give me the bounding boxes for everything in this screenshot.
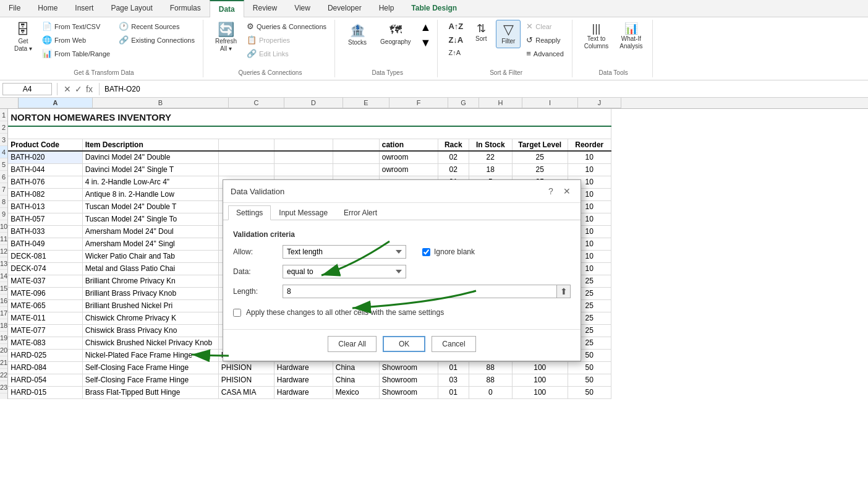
length-label: Length: — [233, 287, 276, 296]
data-row: Data: between not between equal to not e… — [233, 265, 571, 278]
dialog-tab-input-message[interactable]: Input Message — [271, 205, 336, 220]
length-picker-button[interactable]: ⬆ — [556, 285, 570, 298]
ok-button[interactable]: OK — [383, 336, 425, 352]
allow-select[interactable]: Any value Whole number Decimal List Date… — [283, 245, 406, 259]
dialog-help-icon[interactable]: ? — [545, 185, 557, 197]
dialog-tabs: Settings Input Message Error Alert — [223, 203, 581, 220]
length-input-wrap: 8 ⬆ — [283, 285, 571, 298]
data-validation-dialog: Data Validation ? ✕ Settings Input Messa… — [223, 179, 581, 361]
clear-all-button[interactable]: Clear All — [328, 336, 377, 352]
apply-all-checkbox[interactable] — [233, 309, 241, 317]
length-input[interactable]: 8 — [283, 285, 556, 298]
data-select[interactable]: between not between equal to not equal t… — [283, 265, 406, 278]
ignore-blank-checkbox[interactable] — [422, 248, 430, 256]
dialog-title-icons: ? ✕ — [545, 185, 573, 197]
dialog-footer: Clear All OK Cancel — [223, 329, 581, 361]
dialog-body: Validation criteria Allow: Any value Who… — [223, 220, 581, 327]
dialog-title: Data Validation — [231, 187, 284, 196]
validation-criteria-label: Validation criteria — [233, 230, 571, 239]
dialog-tab-error-alert[interactable]: Error Alert — [336, 205, 385, 220]
cancel-button[interactable]: Cancel — [432, 336, 475, 352]
dialog-title-bar: Data Validation ? ✕ — [223, 180, 581, 203]
data-label: Data: — [233, 267, 276, 276]
dialog-tab-settings[interactable]: Settings — [228, 205, 271, 220]
allow-row: Allow: Any value Whole number Decimal Li… — [233, 245, 571, 259]
dialog-overlay: Data Validation ? ✕ Settings Input Messa… — [0, 0, 868, 399]
apply-all-label: Apply these changes to all other cells w… — [246, 308, 444, 317]
length-row: Length: 8 ⬆ — [233, 285, 571, 298]
apply-row: Apply these changes to all other cells w… — [233, 308, 571, 317]
allow-label: Allow: — [233, 247, 276, 256]
ignore-blank-label: Ignore blank — [434, 247, 475, 256]
dialog-close-icon[interactable]: ✕ — [561, 185, 573, 197]
